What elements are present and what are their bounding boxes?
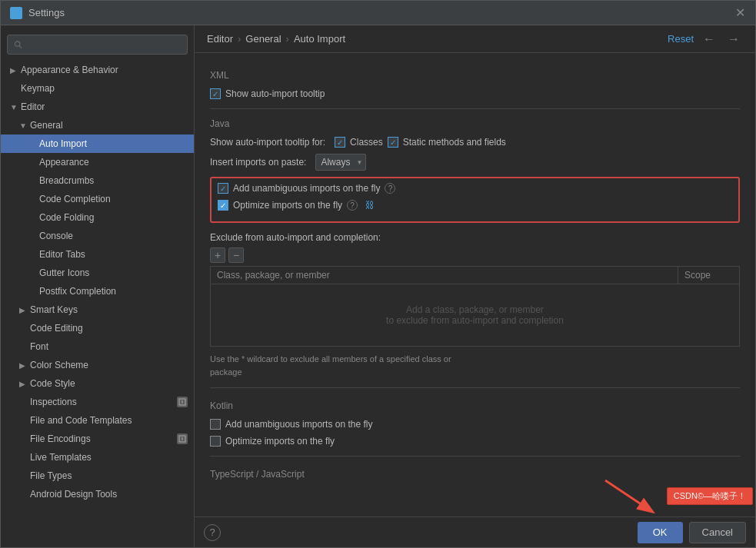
breadcrumb-actions: Reset ← → [668,30,743,48]
sidebar-item-label: Code Style [30,378,194,389]
sidebar-item-auto-import[interactable]: Auto Import [1,135,194,153]
sidebar-item-breadcrumbs[interactable]: Breadcrumbs [1,171,194,190]
reset-button[interactable]: Reset [668,33,694,45]
breadcrumb-general: General [245,33,281,45]
sidebar-item-label: File Encodings [30,433,91,444]
xml-java-separator [210,108,740,109]
java-kotlin-separator [210,387,740,388]
java-insert-dropdown[interactable]: Always [315,154,366,171]
java-optimize-imports-checkbox[interactable] [218,200,228,211]
settings-window: Settings ✕ ▶ Appearance & Behavior Keyma… [0,0,756,548]
java-classes-checkbox[interactable] [335,137,345,148]
search-input[interactable] [27,39,181,50]
typescript-section: TypeScript / JavaScript [210,469,740,480]
sidebar-item-postfix-completion[interactable]: Postfix Completion [1,282,194,301]
add-unambiguous-help-icon[interactable]: ? [385,183,395,194]
sidebar-item-file-encodings[interactable]: File Encodings [1,430,194,448]
sidebar-item-label: Code Folding [39,212,194,223]
main-panel: Editor › General › Auto Import Reset ← →… [195,25,755,547]
arrow-icon: ▼ [10,103,21,111]
arrow-icon: ▶ [19,380,30,388]
sidebar-item-general[interactable]: ▼ General [1,116,194,135]
xml-section-header: XML [210,70,740,81]
file-encodings-badge [177,433,188,444]
sidebar-item-smart-keys[interactable]: ▶ Smart Keys [1,301,194,319]
sidebar-item-label: Editor Tabs [39,249,194,260]
kotlin-add-unambiguous-row: Add unambiguous imports on the fly [210,419,740,430]
sidebar-item-console[interactable]: Console [1,227,194,245]
optimize-imports-help-icon[interactable]: ? [347,200,358,211]
sidebar-item-code-editing[interactable]: Code Editing [1,319,194,337]
nav-forward-button[interactable]: → [724,30,743,48]
java-section-header: Java [210,118,740,129]
app-icon [10,7,22,19]
java-add-unambiguous-checkbox[interactable] [218,183,228,194]
kotlin-section-header: Kotlin [210,400,740,411]
remove-exclude-button[interactable]: − [228,247,244,263]
sidebar-item-label: File Types [30,470,194,481]
java-insert-value: Always [321,157,350,168]
kotlin-section: Kotlin Add unambiguous imports on the fl… [210,400,740,447]
class-col-header: Class, package, or member [211,267,678,284]
window-title: Settings [28,7,734,18]
nav-back-button[interactable]: ← [700,30,718,48]
java-tooltip-label: Show auto-import tooltip for: [210,137,325,148]
sidebar-item-code-folding[interactable]: Code Folding [1,208,194,227]
bottom-bar: ? OK Cancel [195,516,755,547]
sidebar-item-file-code-templates[interactable]: File and Code Templates [1,411,194,430]
wildcard-hint-text: Use the * wildcard to exclude all member… [210,354,451,377]
cancel-button[interactable]: Cancel [689,522,746,543]
java-static-checkbox[interactable] [388,137,398,148]
sidebar-item-label: Console [39,231,194,241]
sidebar-item-label: Android Design Tools [30,489,194,500]
sidebar-item-keymap[interactable]: Keymap [1,79,194,98]
sidebar-item-file-types[interactable]: File Types [1,467,194,485]
java-insert-imports-row: Insert imports on paste: Always [210,154,740,171]
sidebar-item-color-scheme[interactable]: ▶ Color Scheme [1,356,194,374]
exclude-table-header: Class, package, or member Scope [211,267,739,284]
optimize-imports-link-icon[interactable]: ⛓ [365,200,375,211]
sidebar-item-gutter-icons[interactable]: Gutter Icons [1,264,194,282]
sidebar-item-editor-tabs[interactable]: Editor Tabs [1,245,194,264]
add-exclude-button[interactable]: + [210,247,225,263]
sidebar-item-code-style[interactable]: ▶ Code Style [1,374,194,393]
ok-button[interactable]: OK [638,522,683,543]
sidebar-item-live-templates[interactable]: Live Templates [1,448,194,467]
sidebar-item-label: Appearance [39,157,194,168]
sidebar-item-font[interactable]: Font [1,337,194,356]
breadcrumb-editor: Editor [207,33,233,45]
close-button[interactable]: ✕ [734,7,746,19]
inspections-badge [177,397,188,407]
xml-section: XML Show auto-import tooltip [210,70,740,99]
xml-show-tooltip-checkbox[interactable] [210,88,221,99]
sidebar-item-android-design-tools[interactable]: Android Design Tools [1,485,194,503]
java-optimize-imports-label: Optimize imports on the fly [233,200,342,211]
sidebar-item-appearance[interactable]: Appearance [1,153,194,171]
search-box[interactable] [7,35,188,55]
kotlin-add-unambiguous-checkbox[interactable] [210,419,221,430]
exclude-table: Class, package, or member Scope Add a cl… [210,266,740,347]
help-button[interactable]: ? [204,524,221,541]
sidebar-item-label: Editor [21,101,194,112]
java-show-tooltip-row: Show auto-import tooltip for: Classes St… [210,137,740,148]
sidebar-item-appearance-behavior[interactable]: ▶ Appearance & Behavior [1,61,194,79]
sidebar-item-label: Breadcrumbs [39,175,194,186]
sidebar-item-label: Appearance & Behavior [21,65,194,75]
sidebar-item-editor[interactable]: ▼ Editor [1,98,194,116]
sidebar: ▶ Appearance & Behavior Keymap ▼ Editor … [1,25,195,547]
breadcrumb-sep-1: › [238,33,241,45]
sidebar-item-label: Auto Import [39,138,194,149]
sidebar-item-label: Smart Keys [30,304,194,315]
search-icon [14,40,22,49]
kotlin-typescript-separator [210,456,740,457]
sidebar-item-label: Code Completion [39,194,194,204]
breadcrumb-sep-2: › [286,33,289,45]
kotlin-optimize-imports-label: Optimize imports on the fly [225,436,335,447]
arrow-icon: ▼ [19,121,30,130]
sidebar-item-inspections[interactable]: Inspections [1,393,194,411]
kotlin-optimize-imports-checkbox[interactable] [210,436,221,447]
java-section: Java Show auto-import tooltip for: Class… [210,118,740,378]
svg-line-1 [19,46,22,48]
sidebar-item-code-completion[interactable]: Code Completion [1,190,194,208]
exclude-toolbar: + − [210,247,740,263]
